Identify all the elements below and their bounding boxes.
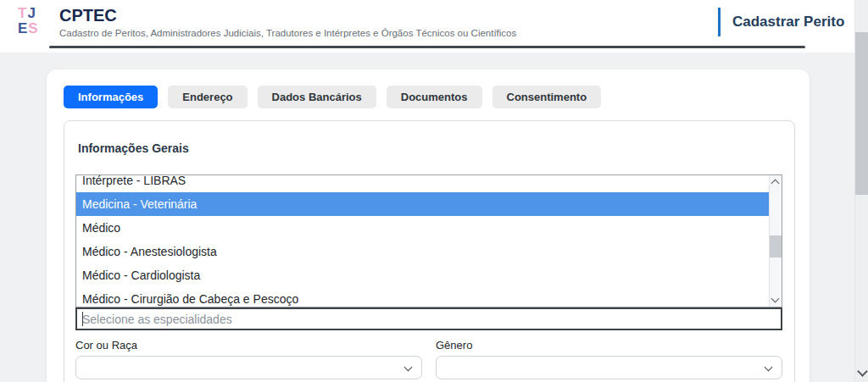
list-item-label: Médico - Cardiologista [82,269,200,282]
genero-select[interactable] [436,356,782,379]
listbox-scrollbar[interactable] [769,175,782,307]
especialidades-input-wrap [75,307,782,330]
informacoes-gerais-panel: Informações Gerais Intérprete - LIBRAS M… [64,120,795,382]
logo-letter: J [27,5,36,21]
field-label: Cor ou Raça [75,340,422,352]
especialidades-listbox: Intérprete - LIBRAS Medicina - Veterinár… [75,174,782,307]
list-item[interactable]: Intérprete - LIBRAS [76,175,769,192]
cor-ou-raca-select[interactable] [75,356,422,379]
chevron-down-icon[interactable] [859,368,866,375]
app-subtitle: Cadastro de Peritos, Administradores Jud… [59,28,516,38]
tab-bar: Informações Endereço Dados Bancários Doc… [64,86,601,108]
page: TJ ES CPTEC Cadastro de Peritos, Adminis… [0,0,868,382]
list-item-label: Médico - Anestesiologista [82,245,217,258]
logo-letter: E [18,20,28,36]
app-header: TJ ES CPTEC Cadastro de Peritos, Adminis… [0,0,854,53]
field-cor-ou-raca: Cor ou Raça [75,340,422,379]
page-title: Cadastrar Perito [732,14,844,30]
list-item-label: Médico - Cirurgião de Cabeça e Pescoço [82,292,298,306]
chevron-up-icon[interactable] [772,180,778,186]
list-item[interactable]: Médico - Cardiologista [76,263,769,287]
logo-letter: T [18,5,27,21]
tab-consentimento[interactable]: Consentimento [492,86,602,108]
tab-documentos[interactable]: Documentos [387,86,482,108]
section-title: Informações Gerais [78,141,189,155]
field-genero: Gênero [436,340,782,379]
list-item-selected[interactable]: Medicina - Veterinária [76,192,769,216]
list-item-label: Médico [82,221,120,235]
chevron-down-icon[interactable] [772,296,778,302]
tab-informacoes[interactable]: Informações [64,86,158,108]
listbox-scrollbar-thumb[interactable] [770,235,782,257]
list-item-label: Medicina - Veterinária [82,197,197,211]
header-divider [49,46,805,48]
list-item[interactable]: Médico - Anestesiologista [76,240,769,263]
chevron-down-icon [765,363,773,372]
fields-row: Cor ou Raça Gênero [75,340,782,379]
listbox-rows: Intérprete - LIBRAS Medicina - Veterinár… [76,175,769,307]
chevron-down-icon [404,363,413,372]
tab-endereco[interactable]: Endereço [168,86,247,108]
form-card: Informações Endereço Dados Bancários Doc… [47,69,810,382]
logo-letter: S [28,20,38,36]
app-title: CPTEC [59,5,516,25]
page-scrollbar[interactable] [854,0,868,382]
list-item-label: Intérprete - LIBRAS [82,175,186,187]
list-item[interactable]: Médico [76,216,769,240]
page-scrollbar-thumb[interactable] [855,32,868,195]
tjes-logo[interactable]: TJ ES [18,6,39,36]
list-item[interactable]: Médico - Cirurgião de Cabeça e Pescoço [76,287,769,307]
especialidades-input[interactable] [77,309,781,329]
tab-dados-bancarios[interactable]: Dados Bancários [258,86,376,108]
text-cursor [82,312,83,326]
brand-block: CPTEC Cadastro de Peritos, Administrador… [59,5,516,38]
page-title-block: Cadastrar Perito [718,8,844,36]
field-label: Gênero [436,340,782,352]
